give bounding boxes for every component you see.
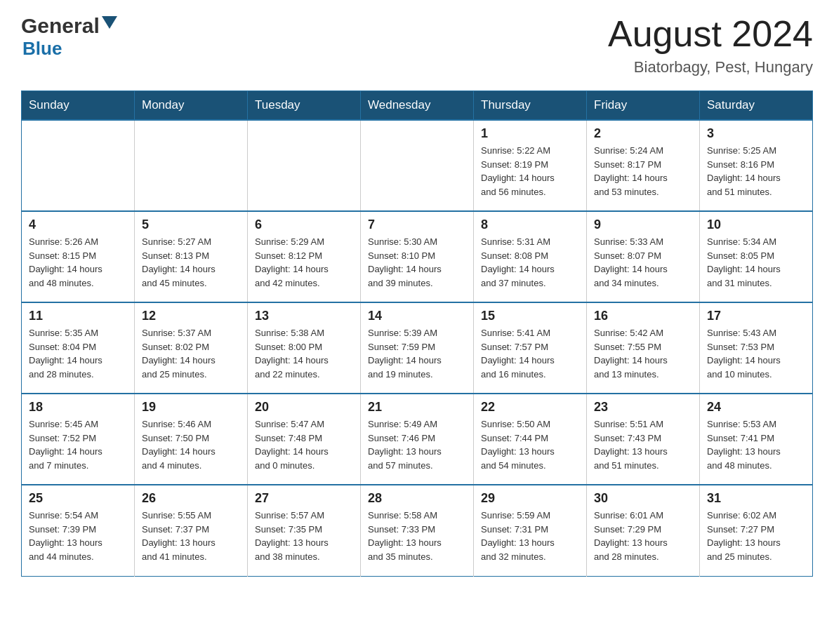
day-info: Sunrise: 5:22 AM Sunset: 8:19 PM Dayligh… — [481, 144, 579, 199]
header-friday: Friday — [587, 91, 700, 121]
day-number: 24 — [707, 400, 805, 415]
calendar-cell-0-2 — [248, 120, 361, 211]
day-info: Sunrise: 5:54 AM Sunset: 7:39 PM Dayligh… — [29, 509, 127, 563]
day-info: Sunrise: 5:26 AM Sunset: 8:15 PM Dayligh… — [29, 235, 127, 290]
day-info: Sunrise: 5:49 AM Sunset: 7:46 PM Dayligh… — [368, 417, 466, 472]
logo-general-text: General — [21, 14, 100, 38]
day-number: 26 — [142, 491, 240, 506]
day-number: 16 — [594, 309, 692, 323]
title-block: August 2024 Biatorbagy, Pest, Hungary — [608, 14, 813, 76]
day-info: Sunrise: 5:51 AM Sunset: 7:43 PM Dayligh… — [594, 417, 692, 472]
calendar-table: SundayMondayTuesdayWednesdayThursdayFrid… — [21, 90, 813, 577]
calendar-cell-4-4: 29Sunrise: 5:59 AM Sunset: 7:31 PM Dayli… — [474, 485, 587, 576]
calendar-cell-1-2: 6Sunrise: 5:29 AM Sunset: 8:12 PM Daylig… — [248, 211, 361, 302]
day-number: 31 — [707, 491, 805, 506]
calendar-cell-0-6: 3Sunrise: 5:25 AM Sunset: 8:16 PM Daylig… — [700, 120, 813, 211]
day-number: 7 — [368, 217, 466, 232]
day-info: Sunrise: 5:47 AM Sunset: 7:48 PM Dayligh… — [255, 417, 353, 472]
day-info: Sunrise: 5:43 AM Sunset: 7:53 PM Dayligh… — [707, 326, 805, 381]
logo-arrow-icon — [102, 13, 117, 36]
day-number: 19 — [142, 400, 240, 415]
calendar-cell-3-3: 21Sunrise: 5:49 AM Sunset: 7:46 PM Dayli… — [361, 394, 474, 485]
logo: General Blue — [21, 14, 117, 60]
calendar-week-1: 1Sunrise: 5:22 AM Sunset: 8:19 PM Daylig… — [22, 120, 813, 211]
day-info: Sunrise: 5:45 AM Sunset: 7:52 PM Dayligh… — [29, 417, 127, 472]
header-monday: Monday — [135, 91, 248, 121]
day-info: Sunrise: 5:25 AM Sunset: 8:16 PM Dayligh… — [707, 144, 805, 199]
calendar-cell-0-5: 2Sunrise: 5:24 AM Sunset: 8:17 PM Daylig… — [587, 120, 700, 211]
calendar-cell-2-4: 15Sunrise: 5:41 AM Sunset: 7:57 PM Dayli… — [474, 302, 587, 394]
day-info: Sunrise: 5:55 AM Sunset: 7:37 PM Dayligh… — [142, 509, 240, 563]
header-wednesday: Wednesday — [361, 91, 474, 121]
header-saturday: Saturday — [700, 91, 813, 121]
calendar-cell-4-1: 26Sunrise: 5:55 AM Sunset: 7:37 PM Dayli… — [135, 485, 248, 576]
calendar-cell-2-6: 17Sunrise: 5:43 AM Sunset: 7:53 PM Dayli… — [700, 302, 813, 394]
page-title: August 2024 — [608, 14, 813, 54]
day-number: 13 — [255, 309, 353, 323]
calendar-cell-0-3 — [361, 120, 474, 211]
calendar-cell-0-0 — [22, 120, 135, 211]
day-number: 4 — [29, 217, 127, 232]
day-number: 9 — [594, 217, 692, 232]
day-info: Sunrise: 5:53 AM Sunset: 7:41 PM Dayligh… — [707, 417, 805, 472]
day-info: Sunrise: 5:35 AM Sunset: 8:04 PM Dayligh… — [29, 326, 127, 381]
day-info: Sunrise: 5:58 AM Sunset: 7:33 PM Dayligh… — [368, 509, 466, 563]
calendar-week-3: 11Sunrise: 5:35 AM Sunset: 8:04 PM Dayli… — [22, 302, 813, 394]
day-number: 8 — [481, 217, 579, 232]
calendar-cell-4-2: 27Sunrise: 5:57 AM Sunset: 7:35 PM Dayli… — [248, 485, 361, 576]
calendar-cell-1-0: 4Sunrise: 5:26 AM Sunset: 8:15 PM Daylig… — [22, 211, 135, 302]
calendar-cell-1-4: 8Sunrise: 5:31 AM Sunset: 8:08 PM Daylig… — [474, 211, 587, 302]
day-info: Sunrise: 5:46 AM Sunset: 7:50 PM Dayligh… — [142, 417, 240, 472]
day-info: Sunrise: 5:31 AM Sunset: 8:08 PM Dayligh… — [481, 235, 579, 290]
calendar-cell-2-3: 14Sunrise: 5:39 AM Sunset: 7:59 PM Dayli… — [361, 302, 474, 394]
day-number: 25 — [29, 491, 127, 506]
day-number: 1 — [481, 126, 579, 141]
day-number: 6 — [255, 217, 353, 232]
calendar-cell-4-0: 25Sunrise: 5:54 AM Sunset: 7:39 PM Dayli… — [22, 485, 135, 576]
calendar-cell-2-2: 13Sunrise: 5:38 AM Sunset: 8:00 PM Dayli… — [248, 302, 361, 394]
day-number: 30 — [594, 491, 692, 506]
day-number: 23 — [594, 400, 692, 415]
day-info: Sunrise: 5:38 AM Sunset: 8:00 PM Dayligh… — [255, 326, 353, 381]
header-tuesday: Tuesday — [248, 91, 361, 121]
day-number: 18 — [29, 400, 127, 415]
day-number: 27 — [255, 491, 353, 506]
calendar-cell-4-6: 31Sunrise: 6:02 AM Sunset: 7:27 PM Dayli… — [700, 485, 813, 576]
calendar-week-4: 18Sunrise: 5:45 AM Sunset: 7:52 PM Dayli… — [22, 394, 813, 485]
day-info: Sunrise: 5:24 AM Sunset: 8:17 PM Dayligh… — [594, 144, 692, 199]
day-info: Sunrise: 5:34 AM Sunset: 8:05 PM Dayligh… — [707, 235, 805, 290]
day-number: 15 — [481, 309, 579, 323]
calendar-cell-4-3: 28Sunrise: 5:58 AM Sunset: 7:33 PM Dayli… — [361, 485, 474, 576]
day-info: Sunrise: 5:57 AM Sunset: 7:35 PM Dayligh… — [255, 509, 353, 563]
calendar-header-row: SundayMondayTuesdayWednesdayThursdayFrid… — [22, 91, 813, 121]
day-number: 3 — [707, 126, 805, 141]
calendar-cell-0-4: 1Sunrise: 5:22 AM Sunset: 8:19 PM Daylig… — [474, 120, 587, 211]
calendar-cell-1-3: 7Sunrise: 5:30 AM Sunset: 8:10 PM Daylig… — [361, 211, 474, 302]
day-number: 14 — [368, 309, 466, 323]
svg-marker-0 — [102, 16, 117, 29]
day-info: Sunrise: 5:29 AM Sunset: 8:12 PM Dayligh… — [255, 235, 353, 290]
calendar-cell-2-1: 12Sunrise: 5:37 AM Sunset: 8:02 PM Dayli… — [135, 302, 248, 394]
calendar-cell-2-0: 11Sunrise: 5:35 AM Sunset: 8:04 PM Dayli… — [22, 302, 135, 394]
day-number: 28 — [368, 491, 466, 506]
day-info: Sunrise: 6:02 AM Sunset: 7:27 PM Dayligh… — [707, 509, 805, 563]
day-info: Sunrise: 5:59 AM Sunset: 7:31 PM Dayligh… — [481, 509, 579, 563]
day-number: 12 — [142, 309, 240, 323]
calendar-cell-3-0: 18Sunrise: 5:45 AM Sunset: 7:52 PM Dayli… — [22, 394, 135, 485]
calendar-cell-0-1 — [135, 120, 248, 211]
day-number: 2 — [594, 126, 692, 141]
day-info: Sunrise: 5:27 AM Sunset: 8:13 PM Dayligh… — [142, 235, 240, 290]
day-info: Sunrise: 5:39 AM Sunset: 7:59 PM Dayligh… — [368, 326, 466, 381]
day-number: 22 — [481, 400, 579, 415]
calendar-cell-3-1: 19Sunrise: 5:46 AM Sunset: 7:50 PM Dayli… — [135, 394, 248, 485]
day-info: Sunrise: 6:01 AM Sunset: 7:29 PM Dayligh… — [594, 509, 692, 563]
day-number: 29 — [481, 491, 579, 506]
calendar-week-5: 25Sunrise: 5:54 AM Sunset: 7:39 PM Dayli… — [22, 485, 813, 576]
day-number: 11 — [29, 309, 127, 323]
header-thursday: Thursday — [474, 91, 587, 121]
calendar-cell-1-6: 10Sunrise: 5:34 AM Sunset: 8:05 PM Dayli… — [700, 211, 813, 302]
calendar-week-2: 4Sunrise: 5:26 AM Sunset: 8:15 PM Daylig… — [22, 211, 813, 302]
day-info: Sunrise: 5:33 AM Sunset: 8:07 PM Dayligh… — [594, 235, 692, 290]
calendar-cell-3-4: 22Sunrise: 5:50 AM Sunset: 7:44 PM Dayli… — [474, 394, 587, 485]
day-info: Sunrise: 5:41 AM Sunset: 7:57 PM Dayligh… — [481, 326, 579, 381]
